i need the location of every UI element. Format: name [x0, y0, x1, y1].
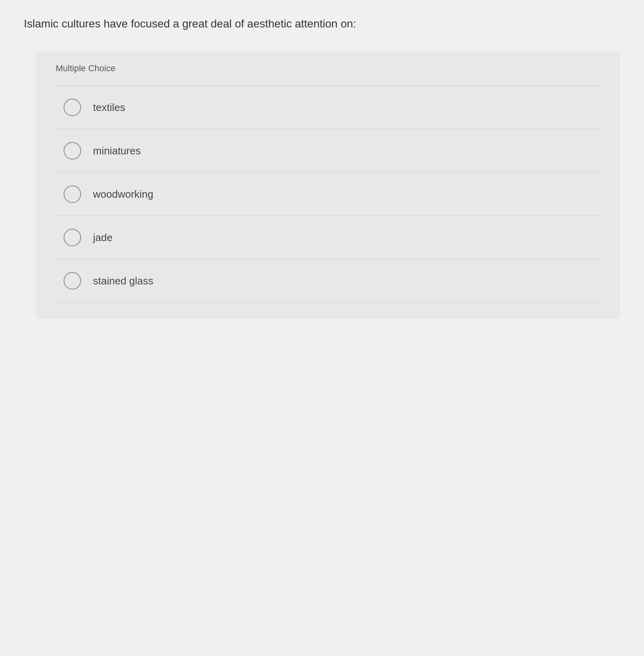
option-label-opt-woodworking: woodworking — [93, 188, 153, 200]
radio-opt-miniatures[interactable] — [64, 142, 81, 160]
radio-opt-stained-glass[interactable] — [64, 272, 81, 290]
option-row-opt-miniatures[interactable]: miniatures — [56, 129, 600, 173]
option-row-opt-textiles[interactable]: textiles — [56, 86, 600, 129]
page-container: Islamic cultures have focused a great de… — [0, 0, 644, 656]
question-text: Islamic cultures have focused a great de… — [24, 16, 620, 31]
question-type-label: Multiple Choice — [56, 63, 600, 74]
option-label-opt-textiles: textiles — [93, 101, 125, 114]
radio-opt-textiles[interactable] — [64, 99, 81, 116]
options-list: textilesminiatureswoodworkingjadestained… — [56, 86, 600, 303]
question-card: Multiple Choice textilesminiatureswoodwo… — [36, 51, 620, 319]
radio-opt-jade[interactable] — [64, 229, 81, 246]
option-row-opt-jade[interactable]: jade — [56, 216, 600, 259]
option-row-opt-stained-glass[interactable]: stained glass — [56, 259, 600, 303]
option-label-opt-miniatures: miniatures — [93, 145, 141, 157]
option-label-opt-jade: jade — [93, 232, 113, 244]
radio-opt-woodworking[interactable] — [64, 185, 81, 203]
option-label-opt-stained-glass: stained glass — [93, 275, 153, 287]
option-row-opt-woodworking[interactable]: woodworking — [56, 173, 600, 216]
